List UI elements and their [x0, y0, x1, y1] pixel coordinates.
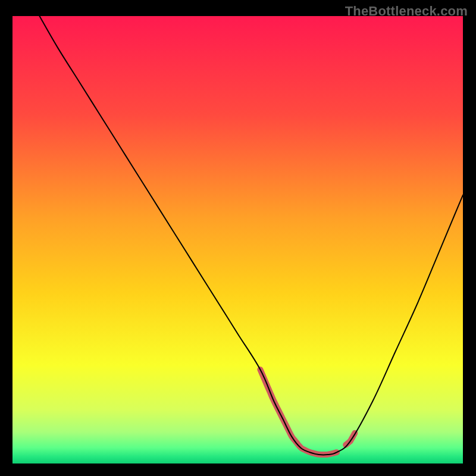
watermark-text: TheBottleneck.com [345, 4, 468, 19]
chart-stage: TheBottleneck.com [0, 0, 476, 476]
bottleneck-chart [0, 0, 476, 476]
